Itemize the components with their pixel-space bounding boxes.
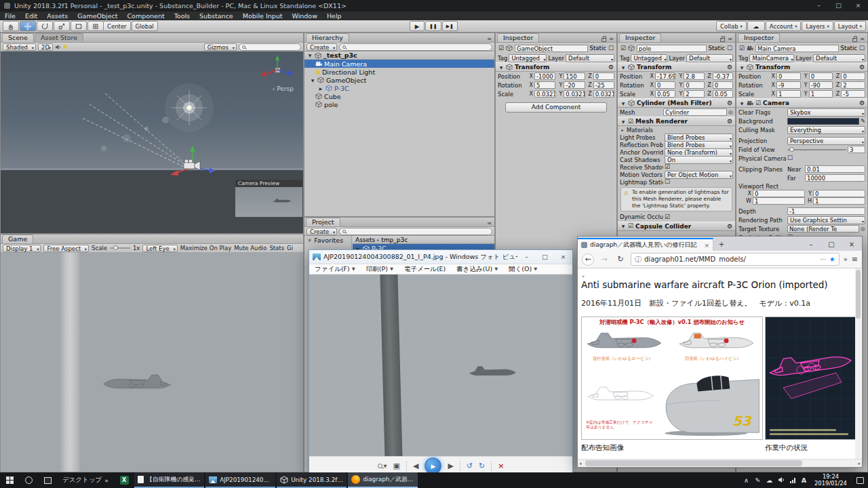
active-checkbox[interactable]: ☑ bbox=[739, 45, 745, 52]
fov-slider[interactable] bbox=[787, 149, 846, 150]
rotate-left-button[interactable]: ↺ bbox=[467, 462, 473, 470]
minimize-button[interactable]: – bbox=[517, 250, 536, 264]
menu-email[interactable]: 電子メール(E) bbox=[399, 265, 451, 274]
layer-dropdown[interactable]: Default bbox=[566, 54, 614, 62]
vertical-scrollbar[interactable] bbox=[855, 268, 861, 459]
tab-inspector[interactable]: Inspector bbox=[738, 33, 780, 42]
address-bar[interactable]: ⓘ diagraph01.net/MMD_models/ ⋯ ★ bbox=[631, 253, 840, 266]
unity-close-button[interactable]: × bbox=[848, 0, 868, 12]
gear-icon[interactable]: ⚙ bbox=[727, 100, 732, 106]
depth-field[interactable]: -1 bbox=[787, 207, 865, 215]
left-eye-dropdown[interactable]: Left Eye bbox=[142, 245, 177, 252]
scroll-left-arrow[interactable]: ◂ bbox=[579, 461, 582, 466]
volume-icon[interactable] bbox=[775, 476, 787, 485]
persp-toggle[interactable]: ‹ Persp bbox=[273, 85, 294, 92]
near-field[interactable]: 0.01 bbox=[805, 165, 865, 173]
menu-burn[interactable]: 書き込み(U)▼ bbox=[451, 265, 503, 274]
taskbar-button-photo[interactable]: AJP20190124004300... bbox=[205, 472, 275, 488]
menu-help[interactable]: Help bbox=[322, 12, 347, 20]
static-checkbox[interactable]: ☐ bbox=[608, 45, 614, 52]
scale-y-field[interactable]: 2 bbox=[684, 90, 704, 98]
capsule-collider-header[interactable]: ▼☑Capsule Collider⚙ bbox=[618, 222, 735, 231]
layer-dropdown[interactable]: Default bbox=[813, 54, 865, 62]
position-y-field[interactable]: 150 bbox=[564, 73, 585, 80]
rect-tool-button[interactable] bbox=[71, 21, 87, 31]
scene-search-input[interactable] bbox=[239, 43, 301, 51]
page-actions-icon[interactable]: ⋯ bbox=[820, 256, 827, 263]
panel-menu-icon[interactable]: ≡ bbox=[728, 36, 732, 42]
rotation-y-field[interactable]: -90 bbox=[809, 81, 833, 89]
overflow-chevrons-icon[interactable]: » bbox=[844, 256, 848, 263]
transform-header[interactable]: ▼Transform⚙ bbox=[618, 62, 735, 72]
scale-z-field[interactable]: 0.05 bbox=[713, 90, 733, 98]
display-dropdown[interactable]: Display 1 bbox=[3, 245, 41, 252]
gear-icon[interactable]: ⚙ bbox=[727, 223, 732, 230]
scene-viewport[interactable]: ‹ Persp Camera Preview bbox=[1, 52, 303, 233]
gizmos-toggle[interactable]: Gi bbox=[287, 245, 293, 251]
lock-icon[interactable] bbox=[601, 38, 606, 42]
space-global-button[interactable]: Global bbox=[132, 21, 158, 31]
hierarchy-item-scene[interactable]: ▼_test_p3c bbox=[304, 52, 494, 60]
gizmos-dropdown[interactable]: Gizmos bbox=[204, 43, 237, 51]
name-field[interactable]: GameObject bbox=[515, 45, 588, 52]
position-z-field[interactable]: 0 bbox=[593, 73, 614, 80]
shaded-dropdown[interactable]: Shaded bbox=[3, 43, 36, 51]
active-checkbox[interactable]: ☑ bbox=[620, 45, 626, 52]
menu-tools[interactable]: Tools bbox=[170, 12, 195, 20]
toolbar-overflow-icon[interactable]: » bbox=[104, 476, 108, 484]
scale-x-field[interactable]: 0.05 bbox=[655, 90, 675, 98]
hierarchy-item-gameobject[interactable]: ▼GameObject bbox=[304, 76, 494, 84]
tab-asset-store[interactable]: Asset Store bbox=[35, 33, 83, 42]
maximize-on-play-toggle[interactable]: Maximize On Play bbox=[180, 245, 231, 251]
materials-row[interactable]: ▸Materials bbox=[618, 126, 735, 134]
breadcrumb-assets[interactable]: Assets bbox=[355, 237, 375, 243]
unity-minimize-button[interactable]: – bbox=[809, 0, 829, 12]
aspect-dropdown[interactable]: Free Aspect bbox=[43, 245, 89, 252]
rotation-x-field[interactable]: -9 bbox=[776, 81, 801, 89]
menu-component[interactable]: Component bbox=[122, 12, 169, 20]
gear-icon[interactable]: ⚙ bbox=[859, 64, 865, 70]
horizontal-scrollbar[interactable]: ◂ ▸ bbox=[578, 459, 862, 467]
bookmark-star-icon[interactable]: ★ bbox=[829, 256, 835, 263]
object-picker-icon[interactable]: ◎ bbox=[728, 109, 733, 115]
onedrive-cloud-icon[interactable]: ☁ bbox=[764, 476, 775, 484]
actual-size-button[interactable]: ▣ bbox=[393, 462, 400, 470]
project-search-input[interactable] bbox=[339, 228, 492, 235]
rendering-path-dropdown[interactable]: Use Graphics Settin bbox=[787, 216, 865, 224]
tab-hierarchy[interactable]: Hierarchy bbox=[306, 33, 349, 42]
physical-camera-checkbox[interactable]: ☐ bbox=[787, 155, 793, 161]
viewport-w-field[interactable]: 1 bbox=[753, 197, 805, 205]
task-view-button[interactable] bbox=[38, 472, 57, 488]
account-button[interactable]: Account▾ bbox=[766, 21, 802, 31]
menu-file[interactable]: File bbox=[0, 12, 20, 20]
menu-substance[interactable]: Substance bbox=[195, 12, 238, 20]
clock[interactable]: 19:24 2019/01/24 bbox=[810, 474, 852, 487]
poster-image[interactable]: 対潜哨戒機 P-3C（輸入改修）v0.1 頒布開始のお知らせ 現行塗装（いわゆる… bbox=[581, 317, 763, 440]
rotation-x-field[interactable]: 0 bbox=[655, 81, 675, 89]
camera-component-header[interactable]: ▼☑Camera⚙ bbox=[736, 98, 867, 108]
projection-dropdown[interactable]: Perspective bbox=[787, 137, 865, 145]
excel-taskbar-button[interactable]: X bbox=[114, 472, 134, 488]
taskbar-button-document[interactable]: 【自衛隊機の感覚飛... bbox=[134, 472, 204, 488]
hierarchy-item-cube[interactable]: Cube bbox=[304, 92, 494, 100]
lock-icon[interactable] bbox=[720, 38, 725, 42]
scale-y-field[interactable]: 0.03219 bbox=[564, 90, 585, 98]
tab-inspector[interactable]: Inspector bbox=[619, 33, 661, 42]
rotation-z-field[interactable]: 0 bbox=[713, 81, 733, 89]
game-viewport[interactable] bbox=[1, 252, 303, 472]
gear-icon[interactable]: ⚙ bbox=[727, 64, 732, 70]
browser-tab[interactable]: diagraph／武器職人見習いの修行日記 × bbox=[578, 238, 713, 251]
name-field[interactable]: Main Camera bbox=[755, 45, 839, 52]
menu-file[interactable]: ファイル(F)▼ bbox=[309, 265, 361, 274]
lock-icon[interactable] bbox=[852, 38, 857, 42]
viewport-h-field[interactable]: 1 bbox=[813, 197, 865, 205]
forward-button[interactable]: → bbox=[598, 253, 610, 266]
rotate-right-button[interactable]: ↻ bbox=[479, 462, 485, 470]
transform-tool-button[interactable] bbox=[87, 21, 104, 31]
maximize-button[interactable]: □ bbox=[821, 238, 842, 251]
receive-shadows-checkbox[interactable]: ☑ bbox=[665, 164, 670, 170]
scale-x-field[interactable]: 0.03219 bbox=[534, 90, 555, 98]
rotation-y-field[interactable]: -20 bbox=[564, 81, 585, 89]
pause-button[interactable]: ❚❚ bbox=[425, 21, 441, 31]
menu-print[interactable]: 印刷(P)▼ bbox=[361, 265, 399, 274]
